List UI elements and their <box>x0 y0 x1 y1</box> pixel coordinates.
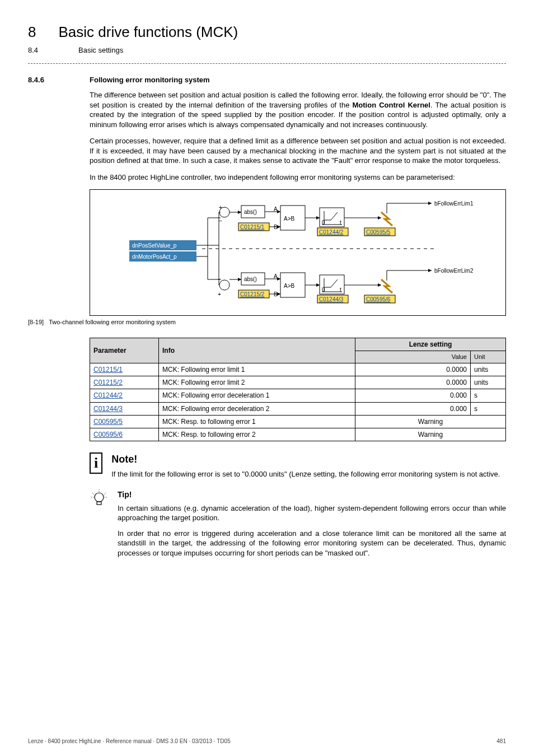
svg-text:C00595/6: C00595/6 <box>366 296 391 302</box>
table-row: C01215/2 MCK: Following error limit 2 0.… <box>90 376 506 389</box>
param-link[interactable]: C01215/2 <box>90 376 159 389</box>
th-parameter: Parameter <box>90 338 159 363</box>
param-link[interactable]: C01215/1 <box>90 363 159 376</box>
paragraph-3: In the 8400 protec HighLine controller, … <box>90 172 506 183</box>
th-info: Info <box>159 338 355 363</box>
th-lenze: Lenze setting <box>355 338 505 351</box>
svg-text:0: 0 <box>322 220 325 226</box>
svg-text:–: – <box>219 217 222 223</box>
section-title: Following error monitoring system <box>90 75 210 85</box>
lightbulb-icon <box>90 489 109 558</box>
figure-number: [8-19] <box>28 319 44 325</box>
svg-text:+: + <box>218 291 221 297</box>
table-row: C01244/3 MCK: Following error decelerati… <box>90 402 506 415</box>
paragraph-1: The difference between set position and … <box>90 90 506 129</box>
svg-text:0: 0 <box>322 287 325 293</box>
svg-text:C01215/1: C01215/1 <box>240 224 265 230</box>
table-row: C01215/1 MCK: Following error limit 1 0.… <box>90 363 506 376</box>
parameters-table: Parameter Info Lenze setting Value Unit … <box>90 338 506 441</box>
svg-text:bFollowErrLim2: bFollowErrLim2 <box>434 268 474 274</box>
svg-text:A: A <box>274 273 278 279</box>
svg-text:bFollowErrLim1: bFollowErrLim1 <box>434 200 474 207</box>
svg-text:A: A <box>274 206 278 212</box>
svg-line-74 <box>92 493 94 494</box>
svg-text:abs(): abs() <box>244 276 257 282</box>
table-row: C01244/2 MCK: Following error decelerati… <box>90 389 506 402</box>
separator <box>28 63 506 64</box>
table-row: C00595/5 MCK: Resp. to following error 1… <box>90 415 506 428</box>
svg-point-71 <box>95 493 104 502</box>
svg-text:C01215/2: C01215/2 <box>240 291 265 297</box>
svg-text:C01244/3: C01244/3 <box>319 296 344 302</box>
svg-text:+: + <box>219 204 222 211</box>
svg-text:C00595/5: C00595/5 <box>366 229 391 235</box>
param-link[interactable]: C01244/2 <box>90 389 159 402</box>
param-link[interactable]: C01244/3 <box>90 402 159 415</box>
chapter-title: Basic drive functions (MCK) <box>58 22 238 42</box>
paragraph-2: Certain processes, however, require that… <box>90 136 506 166</box>
subsection-number: 8.4 <box>28 45 56 55</box>
svg-text:C01244/2: C01244/2 <box>319 229 344 235</box>
tip-p2: In order that no error is triggered duri… <box>118 529 506 558</box>
svg-text:t: t <box>340 287 341 293</box>
svg-text:t: t <box>340 220 341 226</box>
svg-text:abs(): abs() <box>244 209 257 215</box>
tip-p1: In certain situations (e.g. dynamic acce… <box>118 503 506 523</box>
subsection-title: Basic settings <box>78 45 123 55</box>
section-number: 8.4.6 <box>28 75 67 85</box>
info-icon: i <box>90 452 102 474</box>
figure-caption: Two-channel following error monitoring s… <box>49 319 176 325</box>
param-link[interactable]: C00595/6 <box>90 428 159 441</box>
table-row: C00595/6 MCK: Resp. to following error 2… <box>90 428 506 441</box>
svg-text:dnPosSetValue_p: dnPosSetValue_p <box>132 242 177 249</box>
diagram: dnPosSetValue_p dnMotorPosAct_p + – abs(… <box>90 189 506 316</box>
svg-text:A>B: A>B <box>284 283 295 289</box>
tip-box: Tip! In certain situations (e.g. dynamic… <box>90 489 506 558</box>
th-unit: Unit <box>471 351 506 363</box>
svg-line-75 <box>104 493 106 494</box>
chapter-number: 8 <box>28 22 36 42</box>
param-link[interactable]: C00595/5 <box>90 415 159 428</box>
note-title: Note! <box>111 452 500 466</box>
svg-rect-72 <box>97 502 101 505</box>
tip-title: Tip! <box>118 489 506 500</box>
svg-text:A>B: A>B <box>284 216 295 222</box>
note-box: i Note! If the limit for the following e… <box>90 452 506 479</box>
th-value: Value <box>355 351 470 363</box>
svg-text:–: – <box>218 276 221 282</box>
svg-text:dnMotorPosAct_p: dnMotorPosAct_p <box>132 254 177 260</box>
svg-point-41 <box>219 280 229 290</box>
note-text: If the limit for the following error is … <box>111 469 500 479</box>
